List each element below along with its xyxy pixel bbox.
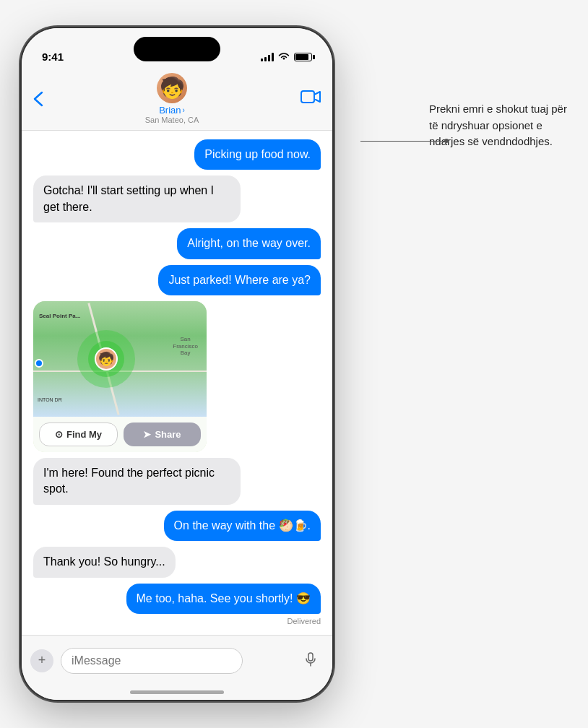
contact-name: Brian › bbox=[159, 105, 185, 116]
message-3[interactable]: Alright, on the way over. bbox=[177, 228, 321, 259]
map-blue-dot bbox=[35, 359, 43, 368]
message-6[interactable]: I'm here! Found the perfect picnic spot. bbox=[33, 458, 241, 505]
map-label-sf: SanFranciscoBay bbox=[173, 336, 198, 357]
share-icon: ➤ bbox=[143, 429, 151, 440]
phone-frame: 9:41 🧒 Brian › bbox=[22, 28, 332, 700]
map-visual: Seal Point Pa... SanFranciscoBay INTON D… bbox=[33, 301, 207, 417]
mic-button[interactable] bbox=[305, 652, 316, 670]
find-my-button[interactable]: ⊙ Find My bbox=[39, 422, 118, 446]
map-avatar-pin: 🧒 bbox=[95, 347, 118, 370]
nav-header: 🧒 Brian › San Mateo, CA bbox=[22, 67, 332, 131]
video-call-button[interactable] bbox=[301, 89, 321, 109]
messages-area: Picking up food now. Gotcha! I'll start … bbox=[22, 131, 332, 635]
dynamic-island bbox=[134, 37, 220, 61]
home-indicator bbox=[130, 690, 224, 694]
delivered-label: Delivered bbox=[33, 617, 321, 625]
message-1[interactable]: Picking up food now. bbox=[194, 139, 321, 170]
chevron-right-icon: › bbox=[183, 106, 185, 114]
find-my-icon: ⊙ bbox=[55, 429, 63, 440]
annotation-text: Prekni emri e shokut tuaj për të ndryshu… bbox=[429, 101, 574, 150]
svg-rect-0 bbox=[301, 91, 314, 103]
annotation-line bbox=[360, 141, 447, 142]
add-attachment-button[interactable]: + bbox=[30, 649, 53, 672]
wifi-icon bbox=[278, 51, 290, 63]
svg-rect-1 bbox=[308, 653, 313, 661]
message-8[interactable]: Thank you! So hungry... bbox=[33, 547, 176, 577]
message-2[interactable]: Gotcha! I'll start setting up when I get… bbox=[33, 176, 241, 222]
message-input-wrapper bbox=[61, 648, 324, 674]
annotation-dot bbox=[444, 139, 449, 143]
avatar: 🧒 bbox=[157, 73, 187, 103]
message-input[interactable] bbox=[61, 648, 243, 674]
contact-header[interactable]: 🧒 Brian › San Mateo, CA bbox=[145, 73, 199, 124]
map-label-seal: Seal Point Pa... bbox=[39, 313, 80, 319]
message-7[interactable]: On the way with the 🥙🍺. bbox=[164, 511, 321, 541]
battery-icon bbox=[294, 53, 312, 61]
message-9[interactable]: Me too, haha. See you shortly! 😎 bbox=[126, 584, 321, 614]
back-button[interactable] bbox=[33, 91, 43, 107]
signal-bars-icon bbox=[261, 53, 274, 61]
map-location-pulse: 🧒 bbox=[77, 330, 135, 388]
map-card[interactable]: Seal Point Pa... SanFranciscoBay INTON D… bbox=[33, 301, 207, 452]
share-location-button[interactable]: ➤ Share bbox=[124, 422, 201, 446]
map-label-inton: INTON DR bbox=[38, 397, 62, 402]
contact-location: San Mateo, CA bbox=[145, 116, 199, 124]
status-time: 9:41 bbox=[42, 51, 64, 63]
message-4[interactable]: Just parked! Where are ya? bbox=[158, 265, 321, 295]
map-buttons: ⊙ Find My ➤ Share bbox=[33, 417, 207, 452]
status-icons bbox=[261, 51, 312, 63]
